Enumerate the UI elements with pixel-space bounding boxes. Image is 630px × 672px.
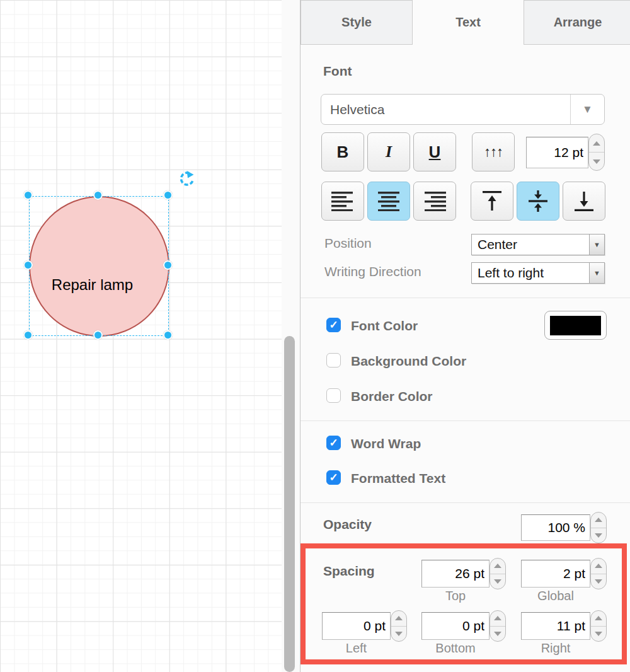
- spacing-bottom-stepper[interactable]: [490, 610, 506, 642]
- selection-handle-nw[interactable]: [23, 190, 33, 200]
- spacing-right-stepper[interactable]: [590, 610, 607, 642]
- stepper-up-icon[interactable]: [490, 611, 505, 627]
- bold-button[interactable]: B: [321, 132, 364, 171]
- stepper-up-icon[interactable]: [490, 559, 505, 574]
- align-left-icon: [331, 192, 354, 211]
- valign-middle-button[interactable]: [517, 182, 559, 221]
- position-label: Position: [324, 236, 372, 251]
- font-color-swatch[interactable]: [544, 311, 607, 340]
- tab-arrange[interactable]: Arrange: [524, 0, 630, 45]
- stepper-down-icon[interactable]: [591, 528, 606, 543]
- spacing-left-label: Left: [322, 641, 391, 656]
- spacing-label: Spacing: [323, 564, 375, 579]
- border-color-label: Border Color: [351, 389, 433, 404]
- stepper-up-icon[interactable]: [391, 611, 406, 627]
- selection-handle-n[interactable]: [93, 190, 103, 200]
- font-color-label: Font Color: [351, 318, 418, 333]
- align-left-button[interactable]: [321, 182, 364, 221]
- align-right-button[interactable]: [413, 182, 456, 221]
- formatted-text-label: Formatted Text: [351, 471, 445, 486]
- tab-arrange-label: Arrange: [554, 15, 602, 30]
- dropdown-arrow-icon: ▼: [589, 235, 604, 255]
- font-section-title: Font: [323, 64, 352, 79]
- stepper-up-icon[interactable]: [591, 513, 606, 528]
- italic-icon: I: [386, 142, 392, 161]
- background-color-label: Background Color: [351, 354, 466, 369]
- tab-style[interactable]: Style: [301, 0, 413, 45]
- checkmark-icon: ✓: [329, 471, 338, 484]
- writing-direction-value: Left to right: [472, 265, 589, 281]
- vertical-scrollbar: [282, 0, 300, 672]
- valign-bottom-icon: [573, 190, 595, 212]
- word-wrap-checkbox[interactable]: ✓: [326, 436, 341, 450]
- selection-handle-sw[interactable]: [23, 330, 33, 340]
- rotate-icon[interactable]: [179, 171, 195, 187]
- valign-middle-icon: [527, 190, 549, 212]
- writing-direction-select[interactable]: Left to right ▼: [471, 262, 605, 284]
- border-color-checkbox[interactable]: ✓: [326, 388, 341, 403]
- shape-label: Repair lamp: [22, 276, 163, 294]
- spacing-left-stepper[interactable]: [391, 610, 407, 642]
- font-family-select[interactable]: Helvetica ▼: [321, 94, 605, 125]
- stepper-up-icon[interactable]: [591, 611, 606, 627]
- drawing-canvas[interactable]: Repair lamp: [0, 0, 282, 672]
- spacing-bottom-input[interactable]: [421, 612, 490, 640]
- opacity-stepper[interactable]: [590, 512, 607, 543]
- spacing-global-input[interactable]: [521, 560, 590, 588]
- stepper-down-icon[interactable]: [490, 627, 505, 642]
- spacing-right-input[interactable]: [521, 612, 590, 640]
- stepper-down-icon[interactable]: [490, 574, 505, 589]
- selection-handle-s[interactable]: [93, 330, 103, 340]
- spacing-global-stepper[interactable]: [590, 558, 607, 589]
- dropdown-arrow-icon: ▼: [570, 95, 604, 124]
- spacing-top-stepper[interactable]: [490, 558, 506, 589]
- valign-top-button[interactable]: [471, 182, 513, 221]
- font-size-stepper[interactable]: [588, 134, 605, 171]
- font-size-input[interactable]: [526, 137, 588, 168]
- italic-button[interactable]: I: [367, 132, 410, 171]
- formatted-text-checkbox[interactable]: ✓: [326, 470, 341, 485]
- position-select[interactable]: Center ▼: [471, 234, 605, 255]
- vertical-text-button[interactable]: ↑↑↑: [472, 132, 515, 171]
- tab-text[interactable]: Text: [412, 0, 524, 45]
- format-panel: Style Text Arrange Font Helvetica ▼ B I …: [300, 0, 630, 672]
- stepper-up-icon[interactable]: [591, 559, 606, 574]
- stepper-down-icon[interactable]: [589, 153, 604, 170]
- panel-tabbar: Style Text Arrange: [301, 0, 630, 45]
- font-color-checkbox[interactable]: ✓: [326, 318, 341, 332]
- word-wrap-label: Word Wrap: [351, 436, 421, 451]
- position-value: Center: [472, 237, 589, 252]
- checkmark-icon: ✓: [329, 318, 338, 332]
- section-divider: [301, 298, 630, 298]
- bold-icon: B: [337, 142, 349, 162]
- spacing-left-input[interactable]: [322, 612, 391, 640]
- stepper-down-icon[interactable]: [591, 627, 606, 642]
- selected-shape-group: Repair lamp: [29, 196, 169, 336]
- tab-text-label: Text: [455, 15, 481, 30]
- selection-handle-ne[interactable]: [163, 190, 173, 200]
- align-center-icon: [377, 192, 400, 211]
- underline-button[interactable]: U: [413, 132, 456, 171]
- align-center-button[interactable]: [367, 182, 410, 221]
- tab-style-label: Style: [341, 15, 372, 30]
- background-color-checkbox[interactable]: ✓: [326, 353, 341, 368]
- opacity-input[interactable]: [521, 514, 590, 541]
- color-swatch-black: [550, 316, 601, 335]
- selection-handle-e[interactable]: [163, 260, 173, 270]
- stepper-up-icon[interactable]: [589, 134, 604, 153]
- valign-bottom-button[interactable]: [563, 182, 605, 221]
- stepper-down-icon[interactable]: [391, 627, 406, 642]
- align-right-icon: [423, 192, 446, 211]
- stepper-down-icon[interactable]: [591, 574, 606, 589]
- spacing-right-label: Right: [521, 641, 590, 656]
- selection-handle-w[interactable]: [23, 260, 33, 270]
- valign-top-icon: [481, 190, 503, 212]
- dropdown-arrow-icon: ▼: [589, 263, 604, 283]
- spacing-top-label: Top: [421, 589, 490, 603]
- opacity-label: Opacity: [323, 517, 372, 532]
- spacing-top-input[interactable]: [421, 560, 490, 588]
- scrollbar-thumb[interactable]: [284, 336, 295, 672]
- section-divider: [301, 420, 630, 421]
- selection-handle-se[interactable]: [163, 330, 173, 340]
- underline-icon: U: [429, 142, 441, 162]
